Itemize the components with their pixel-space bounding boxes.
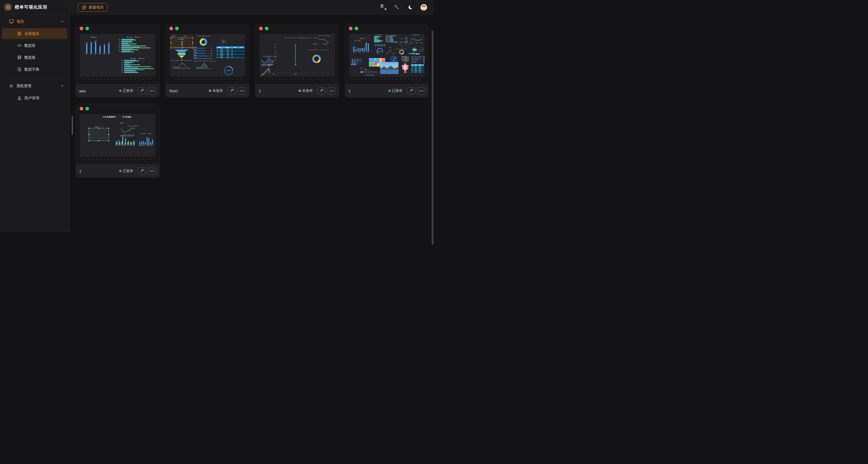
status-dot bbox=[119, 90, 121, 92]
hammer-icon bbox=[230, 89, 234, 93]
sidebar-item-label: 数据集 bbox=[24, 55, 36, 60]
sidebar-item-dataset[interactable]: 数据集 bbox=[2, 52, 67, 63]
hammer-icon bbox=[140, 89, 144, 93]
svg-text:Mon: Mon bbox=[396, 49, 398, 50]
new-project-button[interactable]: 新建项目 bbox=[78, 3, 107, 12]
status-label: 已发布 bbox=[123, 168, 133, 173]
svg-text:一年级: 一年级 bbox=[174, 47, 177, 48]
more-button[interactable] bbox=[417, 87, 425, 94]
project-thumbnail[interactable]: student_attend_count student_attend_coun… bbox=[259, 34, 335, 77]
svg-text:data2: data2 bbox=[141, 58, 145, 59]
grid-icon bbox=[17, 31, 22, 36]
thumbnail-canvas: student_attend_count student_attend_coun… bbox=[259, 34, 335, 77]
svg-text:Thu: Thu bbox=[317, 50, 319, 51]
project-card: 献花数量 一年级 二年级 三年级 四年级 bbox=[165, 24, 249, 97]
red-dot-icon bbox=[80, 107, 83, 111]
nav-group-label: 系统管理 bbox=[16, 84, 61, 89]
nav-group-projects[interactable]: 项目 bbox=[0, 16, 69, 27]
svg-text:student_flower_amou: student_flower_amou bbox=[183, 60, 192, 61]
project-card: student_attend_count student_attend_coun… bbox=[255, 24, 339, 97]
monitor-icon bbox=[9, 19, 14, 24]
svg-text:Sat: Sat bbox=[324, 50, 326, 51]
svg-text:data2: data2 bbox=[416, 34, 419, 35]
svg-text:二年级: 二年级 bbox=[201, 36, 204, 37]
database-icon bbox=[17, 55, 22, 60]
status-label: 已发布 bbox=[123, 89, 133, 93]
edit-button[interactable] bbox=[138, 87, 146, 94]
gradient-label: 看得见 bbox=[415, 53, 420, 55]
svg-text:data2: data2 bbox=[380, 34, 382, 35]
svg-text:Wed: Wed bbox=[314, 50, 316, 51]
project-name: Test1 bbox=[169, 89, 178, 93]
project-thumbnail[interactable]: 献花数量 一年级 二年级 三年级 四年级 bbox=[170, 34, 245, 77]
sidebar-item-data-dictionary[interactable]: 数据字典 bbox=[2, 64, 67, 75]
edit-button[interactable] bbox=[407, 87, 415, 94]
language-button[interactable]: 文 A bbox=[380, 4, 387, 11]
user-avatar[interactable] bbox=[420, 4, 427, 11]
more-button[interactable] bbox=[328, 87, 336, 94]
project-card: data1 data2 data1 data2 bbox=[345, 24, 429, 97]
more-button[interactable] bbox=[148, 87, 156, 94]
ellipsis-icon bbox=[150, 171, 154, 172]
grid-dots bbox=[83, 79, 153, 80]
project-thumbnail[interactable]: price 3495 3805 4243 2388 2961 358 bbox=[80, 34, 155, 77]
svg-text:chineseScore: chineseScore bbox=[401, 41, 408, 42]
svg-text:二年级: 二年级 bbox=[179, 47, 182, 48]
more-button[interactable] bbox=[148, 167, 156, 175]
red-dot-icon bbox=[259, 27, 263, 30]
status-label: 已发布 bbox=[392, 89, 403, 93]
svg-text:student_flower_amount: student_flower_amount bbox=[265, 56, 277, 57]
project-thumbnail[interactable]: data1 data2 data1 data2 bbox=[349, 34, 425, 77]
panel-title: API数据集 bbox=[122, 116, 131, 118]
project-name: 1 bbox=[348, 89, 350, 93]
edit-button[interactable] bbox=[138, 167, 146, 175]
chevron-up-icon bbox=[61, 20, 64, 23]
card-footer: 1 已发布 bbox=[76, 164, 159, 178]
project-thumbnail[interactable]: SQL数据源测试 API数据集 class_hour price bbox=[80, 114, 155, 157]
percent-25: 25.00% bbox=[419, 49, 423, 50]
svg-text:一年级: 一年级 bbox=[197, 36, 200, 37]
sidebar-divider-bottom bbox=[0, 230, 69, 231]
document-icon bbox=[17, 67, 22, 72]
status-label: 未发布 bbox=[302, 89, 313, 93]
svg-text:student_attend_count: student_attend_count bbox=[172, 60, 182, 61]
green-dot-icon bbox=[265, 27, 269, 30]
svg-text:student_attend_count: student_attend_count bbox=[286, 37, 297, 38]
sidebar-item-label: 数据库 bbox=[24, 43, 36, 48]
sidebar-item-all-projects[interactable]: 全部项目 bbox=[2, 28, 67, 39]
page-scrollbar-thumb[interactable] bbox=[432, 31, 433, 232]
nav-group-system[interactable]: 系统管理 bbox=[0, 80, 69, 92]
svg-text:3586: 3586 bbox=[108, 42, 110, 43]
svg-text:student_attend_count: student_attend_count bbox=[195, 61, 205, 62]
svg-text:4243: 4243 bbox=[94, 41, 97, 42]
sidebar-nav: 项目 全部项目 数据库 bbox=[0, 14, 69, 103]
moon-icon bbox=[408, 5, 413, 10]
svg-text:Wed: Wed bbox=[402, 49, 403, 50]
grid-dots bbox=[173, 79, 243, 80]
more-button[interactable] bbox=[238, 87, 246, 94]
app-logo-row: 橙单可视化应用 bbox=[0, 0, 69, 14]
svg-text:data1: data1 bbox=[133, 58, 136, 59]
svg-text:四年级: 四年级 bbox=[208, 36, 211, 37]
percent-50: 50% bbox=[412, 49, 417, 51]
ellipsis-icon bbox=[240, 91, 244, 91]
green-dot-icon bbox=[354, 27, 358, 30]
status-dot bbox=[119, 170, 121, 172]
app-title: 橙单可视化应用 bbox=[15, 4, 47, 10]
dark-mode-button[interactable] bbox=[407, 4, 414, 11]
green-dot-icon bbox=[175, 27, 179, 30]
hammer-icon bbox=[140, 169, 144, 173]
sidebar-item-database[interactable]: 数据库 bbox=[2, 40, 67, 51]
svg-text:data1: data1 bbox=[129, 36, 133, 38]
edit-button[interactable] bbox=[317, 87, 326, 94]
card-footer: 1 已发布 bbox=[345, 84, 429, 97]
grid-dots bbox=[262, 79, 333, 80]
edit-button[interactable] bbox=[227, 87, 236, 94]
sidebar-item-label: 数据字典 bbox=[24, 67, 39, 72]
green-dot-icon bbox=[85, 27, 89, 30]
ellipsis-icon bbox=[420, 91, 423, 91]
theme-wand-button[interactable] bbox=[393, 4, 400, 11]
card-footer: aaa 已发布 bbox=[76, 84, 159, 97]
sidebar-item-user-management[interactable]: 用户管理 bbox=[2, 93, 67, 103]
svg-text:Sun: Sun bbox=[327, 50, 329, 51]
